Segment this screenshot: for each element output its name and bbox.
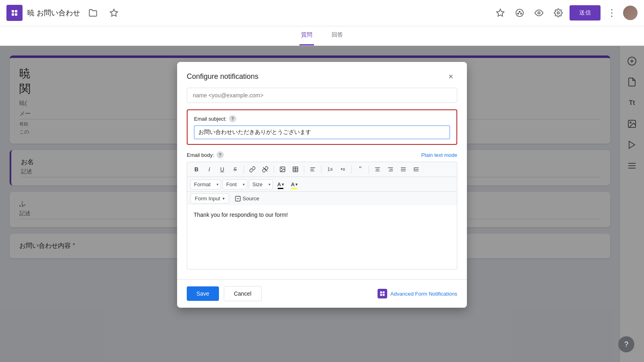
svg-point-11 — [557, 12, 559, 14]
cancel-button[interactable]: Cancel — [224, 286, 262, 301]
advanced-notifications-link[interactable]: Advanced Form Notifications — [378, 289, 457, 298]
svg-rect-1 — [15, 10, 17, 12]
tabs-bar: 質問 回答 — [0, 26, 644, 46]
nav-left: 暁 お問い合わせ — [6, 5, 492, 21]
font-select[interactable]: Font — [223, 179, 247, 189]
modal-header: Configure notifications × — [177, 62, 467, 88]
form-input-button[interactable]: Form Input ▾ — [190, 193, 229, 204]
align-left-button[interactable] — [307, 164, 319, 175]
quote-button[interactable]: " — [354, 164, 366, 175]
body-label: Email body: ? — [187, 151, 224, 158]
svg-marker-5 — [497, 9, 504, 16]
format-select[interactable]: Format — [190, 179, 221, 189]
email-subject-input[interactable] — [194, 125, 450, 139]
toolbar-row-1: B I U S — [187, 162, 457, 177]
svg-line-21 — [263, 167, 268, 172]
modal-close-button[interactable]: × — [444, 70, 457, 83]
svg-point-8 — [519, 11, 520, 12]
more-vert-icon[interactable]: ⋮ — [604, 5, 620, 21]
advanced-icon — [378, 289, 387, 298]
main-content: 暁関 暁( メー 有効 この お名 記述 ふ 記述 お問い合わせ内容 * — [0, 46, 644, 362]
toolbar-divider-5 — [351, 165, 352, 173]
app-icon — [6, 5, 23, 21]
toolbar-row-2: Format Font — [187, 177, 457, 191]
modal-title: Configure notifications — [187, 72, 258, 81]
size-select[interactable]: Size — [249, 179, 273, 189]
modal-body: Email subject: ? Email body: ? Plain tex… — [177, 88, 467, 279]
folder-icon[interactable] — [85, 5, 101, 21]
rich-text-toolbar: B I U S — [187, 162, 457, 205]
insert-image-button[interactable] — [277, 164, 289, 175]
toolbar-row-3: Form Input ▾ Source — [187, 191, 457, 205]
email-body-editor[interactable]: Thank you for responding to our form! — [187, 205, 457, 269]
svg-point-10 — [538, 12, 540, 14]
link-button[interactable] — [246, 164, 258, 175]
configure-notifications-modal: Configure notifications × Email subject:… — [177, 62, 467, 308]
subject-label: Email subject: ? — [194, 115, 450, 122]
svg-point-7 — [518, 13, 519, 14]
justify-button[interactable] — [397, 164, 409, 175]
svg-marker-4 — [110, 9, 118, 16]
svg-rect-45 — [380, 291, 382, 293]
toolbar-divider-3 — [304, 165, 304, 173]
toolbar-divider-4 — [321, 165, 322, 173]
avatar[interactable] — [623, 6, 638, 20]
nav-right: 送信 ⋮ — [492, 5, 638, 21]
modal-footer: Save Cancel Advanced Form Notifications — [177, 279, 467, 308]
svg-point-9 — [520, 13, 522, 14]
format-select-wrapper: Format — [190, 179, 221, 189]
save-button[interactable]: Save — [187, 286, 219, 301]
palette-icon[interactable] — [512, 5, 528, 21]
toolbar-divider-2 — [274, 165, 274, 173]
highlight-color-button[interactable]: A ▾ — [288, 179, 300, 190]
body-help-icon[interactable]: ? — [217, 151, 224, 158]
strikethrough-button[interactable]: S — [229, 164, 241, 175]
insert-table-button[interactable] — [289, 164, 301, 175]
email-body-section: Email body: ? Plain text mode B I — [187, 151, 457, 269]
modal-overlay: Configure notifications × Email subject:… — [0, 46, 644, 362]
font-color-button[interactable]: A ▾ — [275, 179, 287, 190]
svg-point-6 — [516, 9, 523, 16]
unordered-list-button[interactable]: •≡ — [337, 164, 349, 175]
app-title: 暁 お問い合わせ — [27, 8, 80, 18]
size-select-wrapper: Size — [249, 179, 273, 189]
svg-rect-48 — [383, 294, 385, 296]
italic-button[interactable]: I — [203, 164, 215, 175]
plain-text-mode-link[interactable]: Plain text mode — [421, 152, 457, 158]
bold-button[interactable]: B — [190, 164, 202, 175]
svg-rect-47 — [380, 294, 382, 296]
body-header: Email body: ? Plain text mode — [187, 151, 457, 158]
source-button[interactable]: Source — [231, 194, 263, 204]
svg-rect-46 — [383, 291, 385, 293]
indent-button[interactable] — [410, 164, 422, 175]
toolbar-divider-1 — [244, 165, 244, 173]
ordered-list-button[interactable]: 1≡ — [324, 164, 336, 175]
svg-rect-2 — [12, 13, 14, 16]
subject-help-icon[interactable]: ? — [229, 115, 236, 122]
eye-icon[interactable] — [531, 5, 547, 21]
to-input[interactable] — [187, 88, 457, 103]
bookmark-icon[interactable] — [492, 5, 508, 21]
settings-icon[interactable] — [550, 5, 566, 21]
submit-button[interactable]: 送信 — [570, 5, 601, 21]
star-icon[interactable] — [106, 5, 122, 21]
help-fab[interactable]: ? — [618, 336, 634, 352]
align-center-button[interactable] — [372, 164, 384, 175]
unlink-button[interactable] — [259, 164, 271, 175]
align-right-button[interactable] — [384, 164, 396, 175]
email-subject-section: Email subject: ? — [187, 109, 457, 145]
top-nav: 暁 お問い合わせ — [0, 0, 644, 26]
font-select-wrapper: Font — [223, 179, 247, 189]
tab-question[interactable]: 質問 — [299, 26, 314, 45]
svg-rect-3 — [15, 13, 17, 16]
svg-rect-0 — [12, 10, 14, 12]
underline-button[interactable]: U — [216, 164, 228, 175]
toolbar-divider-6 — [369, 165, 369, 173]
svg-point-23 — [281, 168, 282, 169]
tab-answer[interactable]: 回答 — [330, 26, 345, 45]
